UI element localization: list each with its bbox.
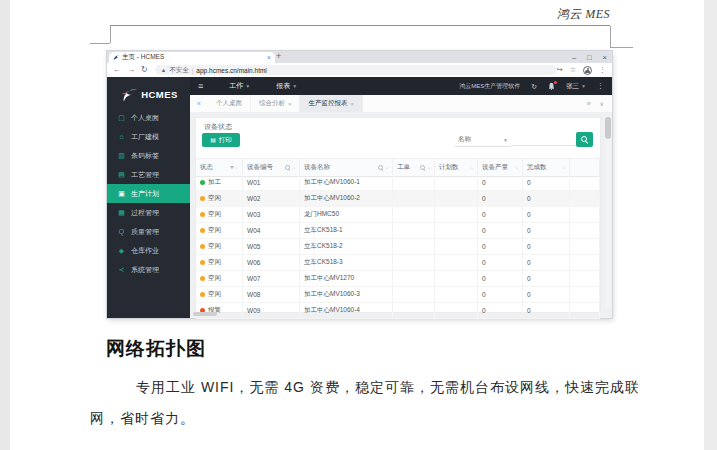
table-row[interactable]: 空闲 W07 加工中心MV1270 0 0 xyxy=(196,271,600,287)
app-tab-close-icon[interactable]: × xyxy=(288,101,292,107)
tabbar-dropdown-icon[interactable]: ∨ xyxy=(600,100,604,107)
document-page: 鸿云 MES 主页 - HCMES × + – □ × ← → ↻ ▲ 不安全 xyxy=(0,0,717,450)
table-row[interactable]: 空闲 W05 立车CK518-2 0 0 xyxy=(196,239,600,255)
header-cell[interactable]: 设备产量 ◦ xyxy=(478,159,523,176)
header-cell[interactable]: 设备名称 ◦ xyxy=(300,159,393,176)
sort-icon[interactable]: ◦ xyxy=(386,165,388,171)
app-logo[interactable]: HCMES xyxy=(107,81,190,108)
sort-icon[interactable]: ◦ xyxy=(471,165,473,171)
sidebar-item-label: 过程管理 xyxy=(131,208,159,218)
table-row[interactable]: 报警 W09 加工中心MV1060-4 0 0 xyxy=(196,303,600,319)
table-row[interactable]: 空闲 W03 龙门HMC50 0 0 xyxy=(196,207,600,223)
search-icon[interactable] xyxy=(378,165,384,171)
sidebar-item[interactable]: ▥ 条码标签 xyxy=(107,146,190,165)
product-name: 鸿云MES生产管理软件 xyxy=(459,82,520,91)
status-cell: 空闲 xyxy=(196,207,243,222)
app-tab[interactable]: 个人桌面 xyxy=(208,95,251,112)
sidebar-item[interactable]: ≺ 系统管理 xyxy=(107,260,190,279)
column-label: 工单 xyxy=(397,163,410,172)
margin-mark xyxy=(110,26,111,43)
header-cell[interactable]: 计划数 ◦ xyxy=(435,159,478,176)
output-cell: 0 xyxy=(478,287,523,302)
column-label: 状态 xyxy=(200,163,213,172)
scrollbar-thumb[interactable] xyxy=(605,117,611,139)
horizontal-scrollbar-thumb[interactable] xyxy=(193,312,217,316)
browser-menu-icon[interactable]: ⋮ xyxy=(599,66,606,74)
header-cell[interactable]: 完成数 ◦ xyxy=(523,159,570,176)
table-row[interactable]: 加工 W01 加工中心MV1060-1 0 0 xyxy=(196,175,600,191)
sidebar-item[interactable]: ◈ 仓库作业 xyxy=(107,241,190,260)
expand-tabs-icon[interactable]: » xyxy=(587,100,591,107)
menu-toggle-icon[interactable]: ≡ xyxy=(198,81,203,91)
status-dot xyxy=(200,228,205,233)
maximize-button[interactable]: □ xyxy=(587,53,592,62)
sidebar-item[interactable]: ▦ 过程管理 xyxy=(107,203,190,222)
close-button[interactable]: × xyxy=(603,53,607,62)
app-tabbar: « 个人桌面 综合分析 × 生产监控报表 × xyxy=(190,95,612,113)
table-row[interactable]: 空闲 W04 立车CK518-1 0 0 xyxy=(196,223,600,239)
sort-icon[interactable]: ◦ xyxy=(293,165,295,171)
desktop-edge-right xyxy=(704,0,717,450)
minimize-button[interactable]: – xyxy=(572,53,576,62)
sort-icon[interactable]: ◦ xyxy=(428,165,430,171)
avatar-icon[interactable] xyxy=(583,66,592,75)
vertical-scrollbar[interactable] xyxy=(605,115,611,310)
status-dot xyxy=(200,260,205,265)
kebab-menu-icon[interactable]: ⋮ xyxy=(597,82,604,90)
back-icon[interactable]: ← xyxy=(113,66,121,74)
app-tab-close-icon[interactable]: × xyxy=(350,101,354,107)
print-label: 打印 xyxy=(219,136,232,145)
bell-icon[interactable] xyxy=(548,82,555,90)
sidebar-item[interactable]: Q 质量管理 xyxy=(107,222,190,241)
search-icon[interactable] xyxy=(285,165,291,171)
table-row[interactable]: 空闲 W06 立车CK518-3 0 0 xyxy=(196,255,600,271)
doc-paragraph-line: 网，省时省力。 xyxy=(90,410,195,428)
header-cell[interactable]: 状态 ◦ xyxy=(196,159,243,176)
sidebar-item[interactable]: ⌂ 工厂建模 xyxy=(107,127,190,146)
done-cell: 0 xyxy=(523,207,570,222)
status-cell: 空闲 xyxy=(196,223,243,238)
sort-icon[interactable]: ◦ xyxy=(236,165,238,171)
bookmark-star-icon[interactable]: ☆ xyxy=(570,66,576,74)
app-tab[interactable]: 生产监控报表 × xyxy=(300,95,363,112)
browser-tab[interactable]: 主页 - HCMES × xyxy=(109,52,275,63)
nav-item-report[interactable]: 报表 ▼ xyxy=(276,81,297,91)
forward-icon[interactable]: → xyxy=(127,66,135,74)
url-text: app.hcmes.cn/main.html xyxy=(196,67,266,74)
filter-select[interactable]: 名称 ▼ xyxy=(455,133,511,147)
table-row[interactable]: 空闲 W08 加工中心MV1060-3 0 0 xyxy=(196,287,600,303)
print-button[interactable]: ▤ 打印 xyxy=(202,133,240,147)
nav-item-work[interactable]: 工作 ▼ xyxy=(229,81,250,91)
sort-icon[interactable]: ◦ xyxy=(516,165,518,171)
collapse-tabs-icon[interactable]: « xyxy=(190,100,208,107)
send-to-device-icon[interactable]: ↪ xyxy=(557,66,563,74)
sidebar-item[interactable]: ▢ 个人桌面 xyxy=(107,108,190,127)
name-cell: 加工中心MV1060-2 xyxy=(300,191,393,206)
table-row[interactable]: 空闲 W02 加工中心MV1060-2 0 0 xyxy=(196,191,600,207)
header-cell[interactable]: 工单 ◦ xyxy=(393,159,435,176)
user-menu[interactable]: 张三 ▼ xyxy=(566,82,586,91)
spacer-cell xyxy=(570,223,600,238)
sort-icon[interactable]: ◦ xyxy=(563,165,565,171)
sidebar-item[interactable]: ▣ 生产计划 xyxy=(107,184,190,203)
plan-cell xyxy=(435,287,478,302)
sidebar-item[interactable]: ▤ 工艺管理 xyxy=(107,165,190,184)
tab-close-icon[interactable]: × xyxy=(267,54,271,61)
reload-icon[interactable]: ↻ xyxy=(141,66,148,74)
address-bar[interactable]: ▲ 不安全 | app.hcmes.cn/main.html xyxy=(155,65,557,75)
search-input[interactable] xyxy=(511,133,576,146)
search-icon[interactable] xyxy=(420,165,426,171)
status-dot xyxy=(200,292,205,297)
order-cell xyxy=(393,287,435,302)
refresh-icon[interactable]: ↻ xyxy=(531,83,537,90)
done-cell: 0 xyxy=(523,271,570,286)
app-tab[interactable]: 综合分析 × xyxy=(251,95,301,112)
filter-icon[interactable] xyxy=(230,166,234,169)
header-cell[interactable] xyxy=(570,159,600,176)
search-button[interactable] xyxy=(576,132,593,147)
sidebar-item-label: 仓库作业 xyxy=(131,246,159,256)
new-tab-button[interactable]: + xyxy=(276,51,281,61)
name-cell: 加工中心MV1270 xyxy=(300,271,393,286)
security-warning-icon[interactable]: ▲ xyxy=(161,67,166,73)
header-cell[interactable]: 设备编号 ◦ xyxy=(243,159,300,176)
